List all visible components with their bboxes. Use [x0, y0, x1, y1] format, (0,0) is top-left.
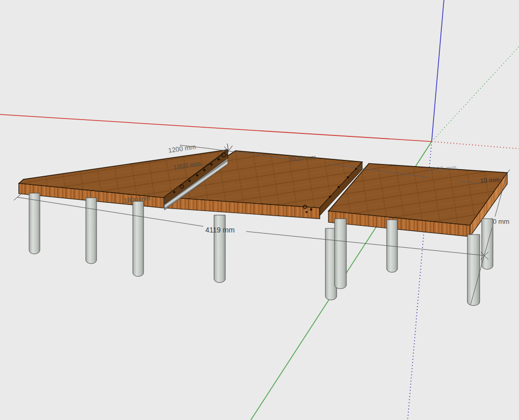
dimension-label-overall[interactable]: 4119 mm — [205, 226, 234, 234]
model-canvas[interactable]: 1800 mm 1800 mm 1800 mm — [0, 0, 519, 420]
left-table-leg-front-right[interactable] — [133, 201, 144, 276]
middle-table-leg-front-left[interactable] — [214, 215, 225, 283]
right-table-leg-front-left[interactable] — [335, 219, 346, 289]
left-table-leg-front-left[interactable] — [29, 193, 40, 254]
left-table-leg-back-left[interactable] — [86, 198, 97, 264]
dimension-label-right-gap[interactable]: 10 mm — [480, 176, 500, 184]
sketchup-viewport[interactable]: 1800 mm 1800 mm 1800 mm — [0, 0, 519, 420]
